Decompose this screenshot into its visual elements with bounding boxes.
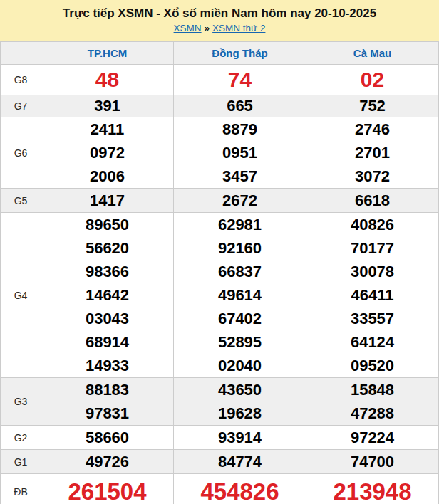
prize-label-g7: G7 (1, 95, 41, 117)
prize-number: 665 (174, 95, 306, 117)
prize-number: 88183 (41, 378, 173, 401)
prize-number: 84774 (174, 450, 306, 473)
column-header-ca-mau: Cà Mau (306, 42, 439, 65)
table-row: G4 89650 56620 98366 14642 03043 68914 1… (1, 213, 439, 378)
breadcrumb-link-xsmn[interactable]: XSMN (174, 23, 202, 33)
prize-label-g8: G8 (1, 65, 41, 95)
prize-number: 74 (174, 65, 306, 95)
prize-number: 70177 (306, 236, 438, 260)
prize-number: 19628 (174, 401, 306, 425)
table-row: ĐB 261504 454826 213948 (1, 474, 439, 504)
prize-number: 52895 (174, 330, 306, 354)
column-header-tphcm: TP.HCM (41, 42, 174, 65)
prize-label-g3: G3 (1, 378, 41, 426)
table-row: G8 48 74 02 (1, 65, 439, 95)
page-header: Trực tiếp XSMN - Xổ số miền Nam hôm nay … (0, 0, 439, 41)
breadcrumb: XSMN»XSMN thứ 2 (0, 23, 439, 33)
prize-number: 3072 (306, 164, 438, 188)
prize-number: 454826 (174, 474, 306, 504)
prize-number: 213948 (306, 474, 438, 504)
table-row: G2 58660 93914 97224 (1, 426, 439, 450)
prize-number: 89650 (41, 213, 173, 236)
prize-label-g6: G6 (1, 117, 41, 189)
prize-number: 67402 (174, 307, 306, 330)
prize-number: 2672 (174, 189, 306, 212)
prize-number: 98366 (41, 260, 173, 283)
prize-number: 49614 (174, 283, 306, 307)
prize-number: 03043 (41, 307, 173, 330)
prize-number: 391 (41, 95, 173, 117)
prize-number: 02040 (174, 354, 306, 377)
prize-number: 62981 (174, 213, 306, 236)
prize-number: 48 (41, 65, 173, 95)
prize-number: 64124 (306, 330, 438, 354)
prize-number: 14933 (41, 354, 173, 377)
prize-number: 3457 (174, 164, 306, 188)
prize-number: 8879 (174, 117, 306, 141)
prize-number: 0972 (41, 141, 173, 164)
prize-number: 47288 (306, 401, 438, 425)
table-header-row: TP.HCM Đồng Tháp Cà Mau (1, 42, 439, 65)
breadcrumb-separator: » (205, 23, 210, 33)
column-header-dong-thap: Đồng Tháp (174, 42, 306, 65)
prize-number: 15848 (306, 378, 438, 401)
province-link-tphcm[interactable]: TP.HCM (88, 47, 128, 59)
prize-number: 0951 (174, 141, 306, 164)
prize-label-g5: G5 (1, 189, 41, 213)
prize-number: 09520 (306, 354, 438, 377)
breadcrumb-link-xsmn-thu-2[interactable]: XSMN thứ 2 (212, 23, 265, 33)
corner-cell (1, 42, 41, 65)
table-row: G6 2411 0972 2006 8879 0951 3457 2746 27… (1, 117, 439, 189)
prize-number: 02 (306, 65, 438, 95)
table-row: G3 88183 97831 43650 19628 15848 47288 (1, 378, 439, 426)
prize-number: 752 (306, 95, 438, 117)
prize-number: 2411 (41, 117, 173, 141)
prize-number: 1417 (41, 189, 173, 212)
table-row: G7 391 665 752 (1, 95, 439, 117)
prize-number: 14642 (41, 283, 173, 307)
table-row: G1 49726 84774 74700 (1, 450, 439, 474)
prize-number: 43650 (174, 378, 306, 401)
prize-number: 40826 (306, 213, 438, 236)
prize-number: 46411 (306, 283, 438, 307)
prize-number: 93914 (174, 426, 306, 449)
prize-number: 58660 (41, 426, 173, 449)
prize-number: 6618 (306, 189, 438, 212)
prize-number: 2746 (306, 117, 438, 141)
prize-number: 56620 (41, 236, 173, 260)
prize-number: 97831 (41, 401, 173, 425)
table-row: G5 1417 2672 6618 (1, 189, 439, 213)
page-title: Trực tiếp XSMN - Xổ số miền Nam hôm nay … (0, 6, 439, 21)
results-table: TP.HCM Đồng Tháp Cà Mau G8 48 74 02 G7 3… (0, 41, 439, 504)
province-link-dong-thap[interactable]: Đồng Tháp (212, 47, 267, 59)
prize-number: 49726 (41, 450, 173, 473)
prize-number: 66837 (174, 260, 306, 283)
prize-label-db: ĐB (1, 474, 41, 504)
prize-number: 261504 (41, 474, 173, 504)
prize-label-g4: G4 (1, 213, 41, 378)
prize-number: 2006 (41, 164, 173, 188)
prize-number: 2701 (306, 141, 438, 164)
prize-number: 68914 (41, 330, 173, 354)
prize-number: 97224 (306, 426, 438, 449)
prize-number: 74700 (306, 450, 438, 473)
prize-number: 30078 (306, 260, 438, 283)
prize-label-g1: G1 (1, 450, 41, 474)
province-link-ca-mau[interactable]: Cà Mau (353, 47, 391, 59)
prize-number: 92160 (174, 236, 306, 260)
prize-number: 33557 (306, 307, 438, 330)
prize-label-g2: G2 (1, 426, 41, 450)
